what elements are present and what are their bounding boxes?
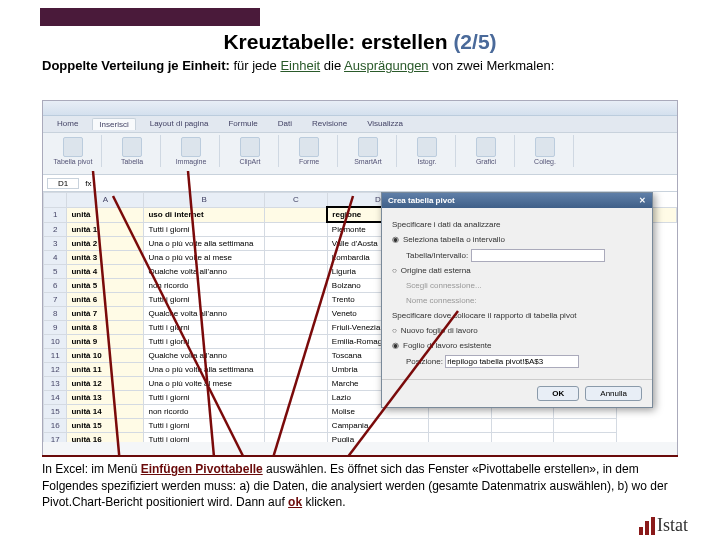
- cell[interactable]: unità 6: [67, 293, 144, 307]
- cell[interactable]: unità 14: [67, 405, 144, 419]
- cell[interactable]: unità 3: [67, 251, 144, 265]
- cell[interactable]: unità 15: [67, 419, 144, 433]
- cell[interactable]: [264, 321, 327, 335]
- cell[interactable]: [264, 293, 327, 307]
- header-cell[interactable]: unità: [67, 207, 144, 222]
- cell[interactable]: [429, 433, 492, 443]
- row-header[interactable]: 1: [44, 207, 67, 222]
- row-header[interactable]: 6: [44, 279, 67, 293]
- cell[interactable]: [264, 265, 327, 279]
- cell[interactable]: unità 4: [67, 265, 144, 279]
- cell[interactable]: Tutti i giorni: [144, 391, 264, 405]
- header-cell[interactable]: [264, 207, 327, 222]
- ribbon-group[interactable]: SmartArt: [340, 135, 397, 167]
- cell[interactable]: Puglia: [327, 433, 428, 443]
- cell[interactable]: unità 10: [67, 349, 144, 363]
- cell[interactable]: non ricordo: [144, 405, 264, 419]
- radio-external[interactable]: Origine dati esterna: [401, 265, 471, 277]
- row-header[interactable]: 2: [44, 222, 67, 237]
- cell[interactable]: [264, 377, 327, 391]
- cell[interactable]: [264, 349, 327, 363]
- cell[interactable]: [264, 391, 327, 405]
- cell[interactable]: Una o più volte alla settimana: [144, 363, 264, 377]
- cell[interactable]: [264, 222, 327, 237]
- cell[interactable]: [491, 419, 553, 433]
- cell[interactable]: unità 16: [67, 433, 144, 443]
- cell[interactable]: [554, 433, 617, 443]
- row-header[interactable]: 14: [44, 391, 67, 405]
- ribbon-group[interactable]: Forme: [281, 135, 338, 167]
- radio-select-range[interactable]: Seleziona tabella o intervallo: [403, 234, 505, 246]
- radio-new-sheet[interactable]: Nuovo foglio di lavoro: [401, 325, 478, 337]
- row-header[interactable]: 11: [44, 349, 67, 363]
- radio-icon[interactable]: ◉: [392, 340, 399, 352]
- cell[interactable]: [264, 335, 327, 349]
- row-header[interactable]: 4: [44, 251, 67, 265]
- cell[interactable]: [264, 307, 327, 321]
- cell[interactable]: [491, 433, 553, 443]
- cell[interactable]: Qualche volta all'anno: [144, 349, 264, 363]
- cell[interactable]: [264, 433, 327, 443]
- ribbon-tab[interactable]: Dati: [272, 118, 298, 130]
- row-header[interactable]: 12: [44, 363, 67, 377]
- ribbon-group[interactable]: Grafici: [458, 135, 515, 167]
- location-input[interactable]: [445, 355, 579, 368]
- cell[interactable]: [264, 405, 327, 419]
- cell[interactable]: Campania: [327, 419, 428, 433]
- row-header[interactable]: 8: [44, 307, 67, 321]
- radio-icon[interactable]: ○: [392, 265, 397, 277]
- row-header[interactable]: 3: [44, 237, 67, 251]
- row-header[interactable]: 17: [44, 433, 67, 443]
- radio-icon[interactable]: ◉: [392, 234, 399, 246]
- cell[interactable]: Tutti i giorni: [144, 419, 264, 433]
- ribbon-group[interactable]: Tabella pivot: [45, 135, 102, 167]
- cell[interactable]: Una o più volte al mese: [144, 377, 264, 391]
- cell[interactable]: unità 11: [67, 363, 144, 377]
- cell[interactable]: Tutti i giorni: [144, 321, 264, 335]
- ribbon-tab[interactable]: Home: [51, 118, 84, 130]
- row-header[interactable]: 9: [44, 321, 67, 335]
- cell[interactable]: unità 8: [67, 321, 144, 335]
- row-header[interactable]: 5: [44, 265, 67, 279]
- ok-button[interactable]: OK: [537, 386, 579, 401]
- cell[interactable]: [429, 419, 492, 433]
- cell[interactable]: [554, 419, 617, 433]
- ribbon-group[interactable]: ClipArt: [222, 135, 279, 167]
- col-header[interactable]: C: [264, 193, 327, 208]
- row-header[interactable]: 7: [44, 293, 67, 307]
- ribbon-tab[interactable]: Inserisci: [92, 118, 135, 130]
- cell[interactable]: non ricordo: [144, 279, 264, 293]
- cell[interactable]: Qualche volta all'anno: [144, 307, 264, 321]
- ribbon-group[interactable]: Tabella: [104, 135, 161, 167]
- cell[interactable]: unità 1: [67, 222, 144, 237]
- cell[interactable]: Tutti i giorni: [144, 335, 264, 349]
- close-icon[interactable]: ✕: [639, 196, 646, 205]
- cell[interactable]: Una o più volte al mese: [144, 251, 264, 265]
- radio-existing-sheet[interactable]: Foglio di lavoro esistente: [403, 340, 492, 352]
- ribbon-tab[interactable]: Revisione: [306, 118, 353, 130]
- cell[interactable]: [264, 237, 327, 251]
- ribbon-group[interactable]: Colleg.: [517, 135, 574, 167]
- row-header[interactable]: 10: [44, 335, 67, 349]
- cell[interactable]: unità 2: [67, 237, 144, 251]
- header-cell[interactable]: uso di internet: [144, 207, 264, 222]
- cell[interactable]: Qualche volta all'anno: [144, 265, 264, 279]
- radio-icon[interactable]: ○: [392, 325, 397, 337]
- row-header[interactable]: 13: [44, 377, 67, 391]
- cell[interactable]: [264, 419, 327, 433]
- col-header[interactable]: B: [144, 193, 264, 208]
- ribbon-tab[interactable]: Layout di pagina: [144, 118, 215, 130]
- row-header[interactable]: 15: [44, 405, 67, 419]
- ribbon-group[interactable]: Istogr.: [399, 135, 456, 167]
- cell[interactable]: Tutti i giorni: [144, 433, 264, 443]
- ribbon-tab[interactable]: Formule: [222, 118, 263, 130]
- ribbon-group[interactable]: Immagine: [163, 135, 220, 167]
- cell[interactable]: [264, 279, 327, 293]
- cell[interactable]: [264, 251, 327, 265]
- cell[interactable]: unità 13: [67, 391, 144, 405]
- cell[interactable]: Una o più volte alla settimana: [144, 237, 264, 251]
- cell[interactable]: unità 12: [67, 377, 144, 391]
- cell[interactable]: unità 7: [67, 307, 144, 321]
- ribbon-tab[interactable]: Visualizza: [361, 118, 409, 130]
- cell[interactable]: unità 5: [67, 279, 144, 293]
